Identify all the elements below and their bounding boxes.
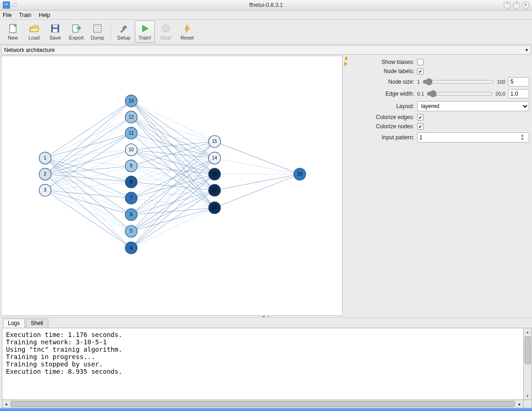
show-biases-label: Show biases:	[348, 59, 417, 65]
statusbar	[0, 408, 532, 411]
svg-text:4: 4	[130, 245, 133, 251]
show-biases-checkbox[interactable]	[417, 59, 423, 65]
svg-line-90	[131, 190, 214, 248]
node-size-slider[interactable]	[423, 78, 494, 86]
svg-text:18: 18	[212, 172, 217, 177]
view-selector-dropdown[interactable]: Network architecture ▾	[1, 45, 531, 55]
save-icon	[50, 23, 61, 34]
colorize-nodes-label: Colorize nodes:	[348, 123, 417, 130]
tab-logs[interactable]: Logs	[3, 319, 25, 328]
export-icon	[71, 23, 82, 34]
toolbar-setup-button[interactable]: Setup	[114, 21, 134, 43]
scroll-left-icon[interactable]: ◂	[2, 400, 10, 408]
toolbar-load-button[interactable]: Load	[24, 21, 44, 43]
svg-line-52	[131, 133, 214, 142]
stop-icon	[160, 23, 172, 34]
svg-point-11	[162, 25, 170, 32]
svg-line-40	[45, 190, 131, 231]
toolbar-separator	[110, 23, 111, 41]
toolbar-save-button[interactable]: Save	[45, 21, 65, 43]
toolbar-stop-label: Stop!	[160, 35, 172, 40]
menu-train[interactable]: Train	[19, 12, 31, 18]
reset-icon	[182, 23, 193, 34]
menubar: File Train Help	[0, 11, 532, 20]
colorize-edges-label: Colorize edges:	[348, 114, 417, 120]
vertical-scrollbar[interactable]: ▴ ▾	[524, 328, 532, 400]
toolbar-new-label: New	[8, 35, 18, 40]
svg-line-72	[131, 142, 214, 198]
node-size-input[interactable]	[508, 77, 529, 86]
svg-rect-3	[53, 25, 57, 28]
node-size-label: Node size:	[348, 79, 417, 85]
svg-text:6: 6	[130, 212, 133, 217]
view-selector-value: Network architecture	[4, 47, 55, 53]
input-pattern-spinner[interactable]: 1 ▲▼	[417, 132, 529, 143]
svg-text:12: 12	[129, 114, 134, 120]
toolbar-train-label: Train!	[138, 35, 151, 40]
chevron-down-icon: ▾	[526, 47, 528, 52]
toolbar-reset-button[interactable]: Reset	[177, 21, 197, 43]
main-area: 12313121110987654151418171619 Show biase…	[0, 55, 532, 314]
tab-shell[interactable]: Shell	[26, 319, 48, 328]
svg-marker-10	[143, 25, 148, 32]
layout-select[interactable]: layered	[417, 101, 529, 111]
scroll-right-icon[interactable]: ▸	[516, 400, 523, 408]
svg-line-93	[215, 158, 300, 174]
minimize-button[interactable]: ˅	[503, 1, 511, 9]
svg-text:14: 14	[212, 156, 217, 161]
svg-line-57	[131, 142, 214, 150]
svg-line-95	[215, 174, 300, 190]
maximize-button[interactable]: ˄	[513, 1, 520, 9]
toolbar-dump-button[interactable]: Dump	[87, 21, 108, 43]
toolbar-export-button[interactable]: Export	[66, 21, 86, 43]
svg-line-96	[215, 174, 300, 208]
colorize-nodes-checkbox[interactable]: ✔	[417, 123, 423, 130]
log-output[interactable]: Execution time: 1.176 seconds. Training …	[2, 328, 524, 400]
close-button[interactable]: ×	[522, 1, 529, 9]
input-pattern-value: 1	[419, 134, 521, 141]
svg-line-33	[45, 117, 131, 190]
app-icon	[3, 1, 10, 9]
toolbar-train-button[interactable]: Train!	[135, 21, 155, 43]
hscroll-thumb[interactable]	[11, 401, 515, 407]
menu-help[interactable]: Help	[39, 12, 50, 18]
node-size-max: 100	[497, 79, 505, 85]
resize-grip[interactable]	[524, 400, 532, 408]
network-canvas[interactable]: 12313121110987654151418171619	[1, 56, 343, 316]
svg-text:17: 17	[212, 188, 217, 193]
svg-line-38	[45, 190, 131, 198]
vertical-splitter[interactable]	[343, 55, 348, 314]
edge-width-input[interactable]	[508, 89, 529, 98]
scrollbar-thumb[interactable]	[525, 337, 531, 364]
svg-text:13: 13	[129, 98, 134, 103]
menu-file[interactable]: File	[3, 12, 11, 18]
svg-line-35	[45, 150, 131, 190]
svg-line-22	[45, 101, 131, 174]
svg-text:9: 9	[130, 164, 133, 169]
document-modified-indicator-icon	[13, 3, 17, 7]
toolbar-new-button[interactable]: New	[3, 21, 23, 43]
node-labels-checkbox[interactable]: ✔	[417, 68, 423, 74]
svg-text:5: 5	[130, 229, 133, 234]
toolbar-export-label: Export	[69, 35, 84, 40]
svg-line-41	[45, 190, 131, 248]
svg-text:10: 10	[129, 148, 134, 153]
svg-line-88	[131, 158, 214, 248]
document-new-icon	[7, 23, 18, 34]
edge-width-slider[interactable]	[427, 90, 492, 97]
colorize-edges-checkbox[interactable]: ✔	[417, 114, 423, 120]
svg-line-32	[45, 101, 131, 190]
svg-rect-4	[53, 29, 57, 32]
horizontal-scrollbar[interactable]: ◂ ▸	[2, 400, 524, 408]
scroll-down-icon[interactable]: ▾	[524, 392, 532, 400]
node-labels-label: Node labels:	[348, 68, 417, 74]
layout-label: Layout:	[348, 103, 417, 109]
dump-icon	[92, 23, 103, 34]
svg-text:3: 3	[44, 188, 46, 193]
scroll-up-icon[interactable]: ▴	[524, 328, 532, 336]
toolbar-setup-label: Setup	[117, 35, 131, 40]
window-title: ffnetui-0.8.3.1	[0, 2, 532, 8]
svg-text:11: 11	[129, 131, 134, 136]
toolbar-load-label: Load	[29, 35, 40, 40]
bottom-panel: Logs Shell Execution time: 1.176 seconds…	[0, 317, 532, 408]
